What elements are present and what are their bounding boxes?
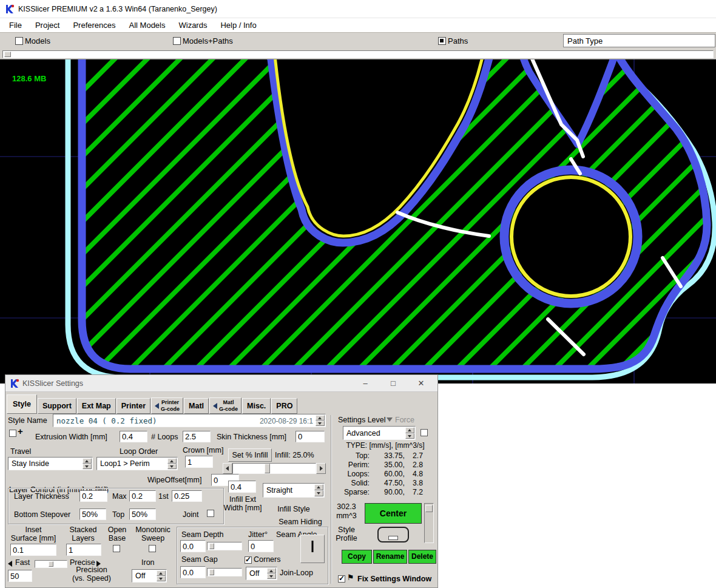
layer-slider[interactable] — [2, 50, 714, 58]
menu-item-wizards[interactable]: Wizards — [172, 19, 214, 31]
join-loop-select[interactable]: Off — [246, 567, 277, 580]
max-label: Max — [112, 492, 127, 501]
tab-printer[interactable]: Printer — [117, 398, 150, 414]
iron-select[interactable]: Off — [132, 569, 167, 583]
style-extra-checkbox[interactable] — [9, 430, 16, 437]
menu-item-project[interactable]: Project — [29, 19, 66, 31]
set-infill-button[interactable]: Set % Infill — [228, 448, 272, 462]
style-name-select[interactable]: nozzle 04 ( 0.2 fixed) 2020-08-29 16:1 — [53, 414, 326, 427]
seam-angle-dial[interactable] — [300, 535, 325, 563]
monotonic-sweep-checkbox[interactable] — [149, 545, 156, 552]
wipe-offset-label: WipeOffset[mm] — [147, 476, 201, 484]
tab-misc[interactable]: Misc. — [242, 398, 271, 414]
layer-thickness-field[interactable] — [79, 490, 107, 502]
loop-order-select[interactable]: Loop1 > Perim — [96, 457, 178, 470]
slider-right-arrow-icon[interactable] — [316, 463, 326, 474]
speed-row-top: Top:33.75,2.7 — [338, 451, 429, 460]
settings-level-spinner[interactable] — [405, 427, 414, 439]
corners-checkbox[interactable] — [245, 556, 252, 564]
num-loops-field[interactable] — [183, 431, 211, 442]
infill-style-spinner[interactable] — [314, 484, 323, 496]
seam-gap-slider[interactable] — [207, 568, 242, 576]
title-bar: KISSlicer PREMIUM v2 a 1.6.3 Win64 (Tara… — [0, 0, 716, 18]
max-thickness-field[interactable] — [129, 490, 156, 502]
seam-gap-slider-handle[interactable] — [209, 569, 214, 575]
tab-pro[interactable]: PRO — [271, 398, 297, 414]
precision-slider-handle[interactable] — [49, 561, 53, 567]
bed-position-widget[interactable] — [365, 525, 422, 544]
bottom-stepover-field[interactable] — [79, 509, 106, 520]
models-radio[interactable] — [15, 37, 23, 45]
loop-order-spinner[interactable] — [167, 458, 177, 469]
first-layer-label: 1st — [158, 492, 169, 501]
add-style-icon[interactable]: + — [18, 426, 23, 436]
layer-slider-row — [0, 49, 716, 59]
tab-matl-gcode[interactable]: Matl G-code — [209, 397, 241, 414]
extrusion-width-field[interactable] — [120, 431, 147, 442]
jitter-field[interactable] — [248, 540, 274, 552]
precision-field[interactable] — [8, 570, 32, 582]
speed-row-perim: Perim:35.00,2.8 — [338, 461, 429, 469]
fix-settings-checkbox[interactable] — [338, 575, 345, 583]
tab-ext-map[interactable]: Ext Map — [77, 398, 116, 414]
path-type-selector[interactable]: Path Type — [563, 34, 715, 47]
center-button[interactable]: Center — [365, 503, 422, 524]
tab-printer-gcode[interactable]: Printer G-code — [151, 397, 183, 414]
rename-button[interactable]: Rename — [373, 550, 407, 564]
speed-row-solid: Solid:47.50,3.8 — [338, 479, 429, 487]
infill-ext-width-field[interactable] — [228, 481, 256, 493]
delete-button[interactable]: Delete — [408, 550, 436, 564]
force-dropdown-icon[interactable] — [387, 417, 393, 422]
tab-style[interactable]: Style — [7, 394, 37, 414]
join-loop-spinner[interactable] — [267, 568, 276, 579]
seam-gap-field[interactable] — [180, 566, 206, 578]
menu-item-all-models[interactable]: All Models — [123, 19, 172, 31]
infill-slider-handle[interactable] — [265, 464, 270, 473]
minimize-button[interactable]: – — [355, 376, 376, 390]
stacked-layers-field[interactable] — [66, 544, 101, 556]
settings-level-select[interactable]: Advanced — [343, 426, 416, 440]
settings-level-checkbox[interactable] — [420, 429, 428, 436]
precision-slider[interactable] — [35, 560, 67, 568]
inset-surface-field[interactable] — [10, 544, 56, 556]
stacked-layers-label: Stacked Layers — [64, 525, 103, 542]
seam-depth-slider-handle[interactable] — [209, 543, 214, 549]
copy-button[interactable]: Copy — [342, 550, 372, 564]
travel-select[interactable]: Stay Inside — [8, 457, 93, 470]
infill-ratio-slider[interactable] — [223, 463, 326, 474]
menu-item-help-info[interactable]: Help / Info — [214, 19, 263, 31]
style-name-spinner[interactable] — [316, 415, 325, 426]
tab-support[interactable]: Support — [38, 398, 76, 414]
tab-matl[interactable]: Matl — [184, 398, 209, 414]
slider-left-arrow-icon[interactable] — [223, 463, 232, 474]
skin-thickness-field[interactable] — [296, 431, 325, 442]
style-profile-label: Style Profile — [329, 525, 363, 542]
iron-spinner[interactable] — [157, 570, 166, 581]
profile-scrollbar[interactable] — [424, 503, 434, 543]
seam-depth-slider[interactable] — [207, 542, 242, 550]
crown-label: Crown [mm] — [183, 446, 223, 455]
open-base-checkbox[interactable] — [113, 545, 120, 552]
menu-item-file[interactable]: File — [2, 19, 29, 31]
top-stepover-field[interactable] — [129, 509, 156, 520]
layer-slider-handle[interactable] — [4, 52, 11, 57]
menu-item-preferences[interactable]: Preferences — [66, 19, 122, 31]
join-loop-label: Join-Loop — [280, 569, 313, 577]
travel-spinner[interactable] — [83, 458, 92, 469]
joint-checkbox[interactable] — [207, 510, 214, 517]
monotonic-sweep-label: Monotonic Sweep — [133, 525, 173, 542]
maximize-button[interactable]: □ — [383, 376, 404, 390]
profile-scrollbar-thumb[interactable] — [425, 505, 433, 512]
app-icon — [5, 4, 15, 14]
preview-viewport[interactable]: 128.6 MB — [0, 59, 716, 384]
first-layer-field[interactable] — [172, 490, 202, 502]
settings-window-title: KISSlicer Settings — [22, 379, 83, 388]
infill-style-select[interactable]: Straight — [263, 483, 325, 498]
models-paths-radio[interactable] — [173, 37, 181, 45]
seam-angle-needle — [312, 541, 314, 552]
seam-depth-field[interactable] — [180, 540, 206, 552]
crown-field[interactable] — [185, 456, 213, 468]
settings-title-bar[interactable]: KISSlicer Settings – □ ✕ — [5, 375, 437, 392]
close-button[interactable]: ✕ — [411, 376, 431, 390]
paths-radio[interactable] — [438, 37, 446, 45]
